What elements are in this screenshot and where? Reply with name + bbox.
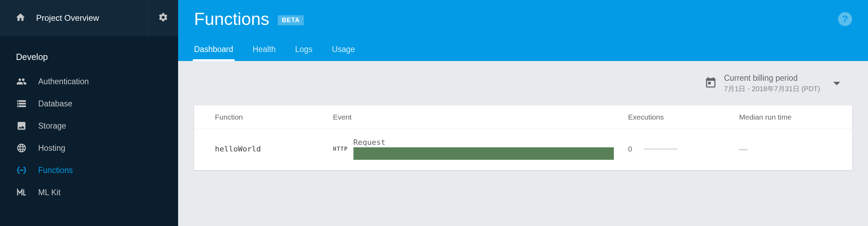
gear-icon xyxy=(158,12,168,24)
col-header-median: Median run time xyxy=(739,113,829,121)
billing-period-range: 7月1日 - 2018年7月31日 (PDT) xyxy=(724,84,820,94)
tab-health[interactable]: Health xyxy=(253,45,276,61)
col-header-function: Function xyxy=(215,113,333,121)
sidebar-item-functions[interactable]: Functions xyxy=(0,159,178,181)
nav-list: Authentication Database Storage Hosting xyxy=(0,67,178,203)
home-icon xyxy=(15,12,26,24)
sidebar: Project Overview Develop Authentication xyxy=(0,0,178,226)
project-overview-label: Project Overview xyxy=(36,13,99,23)
function-name: helloWorld xyxy=(215,145,333,153)
hero-header: Functions BETA ? Dashboard Health Logs U… xyxy=(178,0,868,61)
section-develop-title: Develop xyxy=(0,36,178,67)
sidebar-item-label: Database xyxy=(38,99,72,108)
image-icon xyxy=(15,120,28,132)
sidebar-item-hosting[interactable]: Hosting xyxy=(0,137,178,159)
tab-dashboard[interactable]: Dashboard xyxy=(194,45,233,61)
project-overview-button[interactable]: Project Overview xyxy=(0,0,148,36)
executions-cell: 0 xyxy=(628,145,739,153)
event-column: Request xyxy=(353,138,614,160)
tab-logs[interactable]: Logs xyxy=(295,45,312,61)
table-row[interactable]: helloWorld HTTP Request 0 — xyxy=(194,129,852,170)
http-tag: HTTP xyxy=(333,146,348,152)
hero-title-row: Functions BETA ? xyxy=(194,0,852,37)
sidebar-item-label: Functions xyxy=(38,166,73,175)
billing-period-text: Current billing period 7月1日 - 2018年7月31日… xyxy=(724,73,820,94)
sidebar-item-database[interactable]: Database xyxy=(0,93,178,115)
people-icon xyxy=(15,75,28,88)
svg-point-0 xyxy=(20,170,20,170)
table-header: Function Event Executions Median run tim… xyxy=(194,105,852,129)
sidebar-item-label: ML Kit xyxy=(38,188,60,197)
sidebar-item-label: Hosting xyxy=(38,144,65,153)
ml-icon xyxy=(15,186,28,199)
sidebar-item-storage[interactable]: Storage xyxy=(0,115,178,137)
sidebar-item-label: Authentication xyxy=(38,77,89,86)
col-header-executions: Executions xyxy=(628,113,739,121)
sidebar-item-mlkit[interactable]: ML Kit xyxy=(0,181,178,203)
sidebar-item-label: Storage xyxy=(38,121,66,131)
sidebar-item-authentication[interactable]: Authentication xyxy=(0,70,178,93)
redacted-url-bar xyxy=(353,147,614,160)
functions-table-card: Function Event Executions Median run tim… xyxy=(194,105,852,170)
database-icon xyxy=(15,97,28,110)
globe-icon xyxy=(15,142,28,154)
content-area: Current billing period 7月1日 - 2018年7月31日… xyxy=(178,61,868,226)
tabs: Dashboard Health Logs Usage xyxy=(194,37,852,61)
sparkline-icon xyxy=(644,149,677,149)
help-icon[interactable]: ? xyxy=(838,12,852,26)
calendar-icon xyxy=(704,77,717,90)
chevron-down-icon xyxy=(833,82,840,85)
executions-count: 0 xyxy=(628,145,632,153)
col-header-event: Event xyxy=(333,113,628,121)
beta-badge: BETA xyxy=(278,15,304,25)
event-cell: HTTP Request xyxy=(333,138,628,160)
billing-period-label: Current billing period xyxy=(724,73,820,83)
page-title: Functions xyxy=(194,9,269,29)
median-cell: — xyxy=(739,144,829,154)
event-label: Request xyxy=(353,138,386,147)
svg-point-2 xyxy=(23,170,23,170)
app-root: Project Overview Develop Authentication xyxy=(0,0,868,226)
sidebar-top: Project Overview xyxy=(0,0,178,36)
settings-button[interactable] xyxy=(148,0,178,36)
main-panel: Functions BETA ? Dashboard Health Logs U… xyxy=(178,0,868,226)
bracket-ellipsis-icon xyxy=(15,164,28,176)
svg-point-1 xyxy=(21,170,22,170)
billing-period-selector[interactable]: Current billing period 7月1日 - 2018年7月31日… xyxy=(194,70,852,100)
tab-usage[interactable]: Usage xyxy=(332,45,355,61)
